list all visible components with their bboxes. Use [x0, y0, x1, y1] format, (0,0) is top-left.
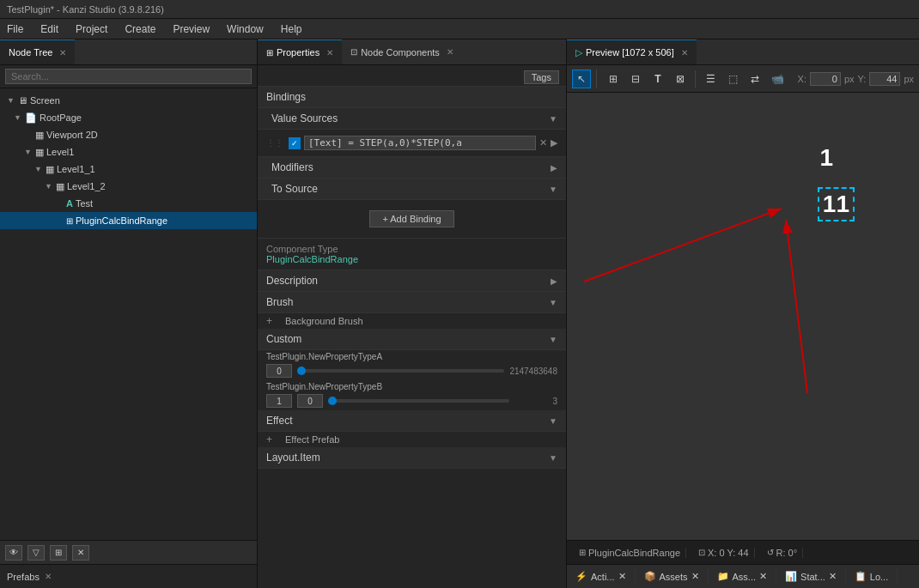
svg-line-2	[584, 209, 782, 282]
tree-item-viewport[interactable]: ▦ Viewport 2D	[0, 126, 257, 143]
stat-label: Stat...	[800, 572, 825, 582]
tab-node-components-icon: ⊡	[350, 47, 357, 57]
status-node-icon: ⊞	[579, 548, 586, 557]
layout-item-header[interactable]: Layout.Item ▼	[258, 447, 566, 469]
stack-tool[interactable]: ⬚	[723, 70, 742, 88]
level1-icon: ▦	[35, 147, 44, 158]
menu-window[interactable]: Window	[223, 21, 267, 37]
effect-prefab-plus[interactable]: +	[266, 433, 280, 446]
x-label: X:	[798, 74, 806, 84]
ass-label: Ass...	[733, 572, 757, 582]
ass-icon: 📁	[717, 571, 729, 582]
tree-item-plugincalc[interactable]: ⊞ PluginCalcBindRange	[0, 212, 257, 229]
binding-check[interactable]: ✓	[289, 137, 301, 149]
x-input[interactable]	[810, 72, 841, 86]
tree-arrow-rootpage: ▼	[14, 113, 22, 122]
custom-header[interactable]: Custom ▼	[258, 329, 566, 350]
xy-bar: X: px Y: px	[798, 72, 914, 86]
ass-close[interactable]: ✕	[759, 571, 767, 582]
tab-properties[interactable]: ⊞ Properties ✕	[258, 39, 342, 64]
tree-item-test[interactable]: A Test	[0, 195, 257, 212]
tree-container[interactable]: ▼ 🖥 Screen ▼ 📄 RootPage ▦ Viewport 2D ▼ …	[0, 88, 257, 540]
tree-item-level1-2[interactable]: ▼ ▦ Level1_2	[0, 178, 257, 195]
prefabs-tab-label[interactable]: Prefabs	[7, 572, 40, 582]
bottom-tab-lo[interactable]: 📋 Lo...	[846, 568, 898, 585]
prop-b-value[interactable]: 0	[297, 394, 323, 408]
bottom-tab-assets[interactable]: 📦 Assets ✕	[636, 568, 709, 585]
assets-close[interactable]: ✕	[691, 571, 699, 582]
tree-item-level1-1[interactable]: ▼ ▦ Level1_1	[0, 161, 257, 178]
menu-preview[interactable]: Preview	[169, 21, 213, 37]
binding-expr[interactable]: [Text] = STEP(a,0)*STEP(0,a	[304, 136, 536, 150]
grid-btn[interactable]: ⊞	[50, 545, 67, 561]
to-source-header[interactable]: To Source ▼	[258, 179, 566, 200]
preview-tab-close[interactable]: ✕	[681, 48, 688, 58]
add-binding-container: + Add Binding	[258, 200, 566, 239]
svg-line-3	[786, 220, 807, 393]
prop-a-track[interactable]	[297, 369, 504, 373]
menu-edit[interactable]: Edit	[37, 21, 62, 37]
acti-close[interactable]: ✕	[618, 571, 626, 582]
y-input[interactable]	[869, 72, 900, 86]
bg-brush-plus[interactable]: +	[266, 315, 280, 327]
tab-node-components-label: Node Components	[361, 47, 440, 58]
prop-a-min[interactable]: 0	[266, 364, 292, 378]
bottom-tab-acti[interactable]: ⚡ Acti... ✕	[567, 568, 636, 585]
value-sources-arrow: ▼	[549, 114, 557, 124]
tool-group-left: ↖	[572, 70, 597, 88]
status-coords-icon: ⊡	[698, 548, 705, 557]
prefabs-close[interactable]: ✕	[45, 572, 52, 581]
stat-close[interactable]: ✕	[829, 571, 837, 582]
menu-help[interactable]: Help	[277, 21, 306, 37]
layers-tool[interactable]: ☰	[701, 70, 720, 88]
select-tool[interactable]: ↖	[572, 70, 591, 88]
modifiers-header[interactable]: Modifiers ▶	[258, 157, 566, 179]
brush-header[interactable]: Brush ▼	[258, 292, 566, 313]
bottom-tab-ass[interactable]: 📁 Ass... ✕	[709, 568, 777, 585]
prop-b-track[interactable]	[328, 399, 509, 403]
properties-tab-close[interactable]: ✕	[326, 48, 333, 58]
tree-item-rootpage[interactable]: ▼ 📄 RootPage	[0, 109, 257, 126]
tags-button[interactable]: Tags	[524, 70, 559, 84]
share-tool[interactable]: ⇄	[746, 70, 764, 88]
grid-tool-1[interactable]: ⊞	[604, 70, 623, 88]
tree-item-level1[interactable]: ▼ ▦ Level1	[0, 143, 257, 161]
effect-header[interactable]: Effect ▼	[258, 410, 566, 432]
toolbar-divider-1	[695, 70, 696, 88]
binding-close[interactable]: ✕	[539, 137, 547, 149]
close-btn-panel[interactable]: ✕	[72, 545, 89, 561]
binding-row: ⋮⋮ ✓ [Text] = STEP(a,0)*STEP(0,a ✕ ▶	[266, 133, 557, 153]
tree-item-screen[interactable]: ▼ 🖥 Screen	[0, 92, 257, 109]
value-sources-header[interactable]: Value Sources ▼	[258, 108, 566, 130]
filter-btn[interactable]: ▽	[27, 545, 45, 561]
drag-handle[interactable]: ⋮⋮	[266, 138, 283, 148]
prop-b-min[interactable]: 1	[266, 394, 292, 408]
camera-tool[interactable]: 📹	[768, 70, 787, 88]
preview-tab[interactable]: ▷ Preview [1072 x 506] ✕	[567, 39, 697, 64]
to-source-label: To Source	[271, 183, 318, 195]
bindings-section-header[interactable]: Bindings	[258, 87, 566, 108]
bottom-tab-stat[interactable]: 📊 Stat... ✕	[776, 568, 846, 585]
tab-node-components[interactable]: ⊡ Node Components ✕	[342, 39, 462, 64]
node-tree-tab[interactable]: Node Tree ✕	[0, 39, 75, 64]
grid-tool-2[interactable]: ⊟	[626, 70, 645, 88]
node-components-tab-close[interactable]: ✕	[447, 47, 453, 57]
modifiers-label: Modifiers	[271, 161, 313, 173]
menu-bar: File Edit Project Create Preview Window …	[0, 19, 919, 39]
prop-a-thumb[interactable]	[297, 367, 306, 375]
menu-file[interactable]: File	[3, 21, 27, 37]
binding-arrow[interactable]: ▶	[551, 137, 557, 149]
add-binding-button[interactable]: + Add Binding	[369, 210, 453, 227]
level1-2-icon: ▦	[56, 181, 64, 192]
menu-project[interactable]: Project	[72, 21, 111, 37]
node-tree-close[interactable]: ✕	[59, 48, 66, 58]
rotation-icon: ↺	[767, 548, 774, 557]
eye-btn[interactable]: 👁	[5, 545, 22, 561]
search-input[interactable]	[5, 69, 252, 84]
anchor-tool[interactable]: ⊠	[671, 70, 690, 88]
title-text: TestPlugin* - Kanzi Studio (3.9.8.216)	[7, 4, 164, 15]
description-header[interactable]: Description ▶	[258, 270, 566, 292]
text-tool[interactable]: T	[648, 70, 667, 88]
menu-create[interactable]: Create	[121, 21, 159, 37]
prop-b-thumb[interactable]	[328, 397, 337, 405]
